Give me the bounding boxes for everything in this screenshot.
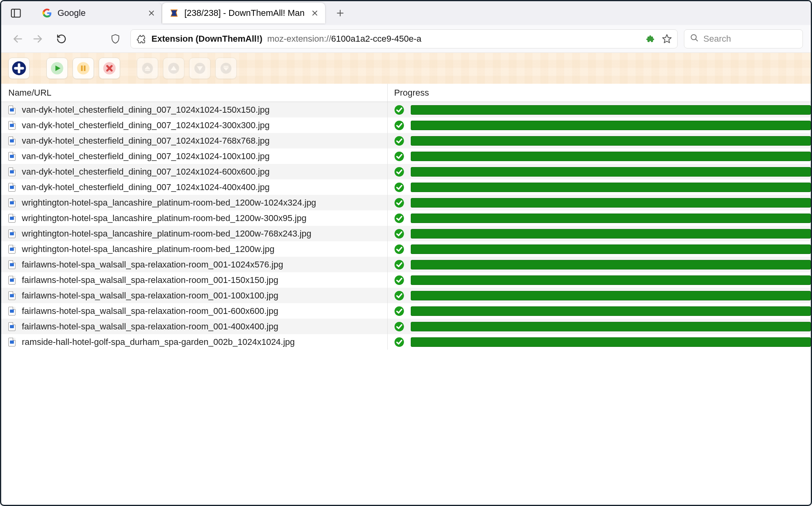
complete-check-icon — [394, 275, 404, 285]
download-row[interactable]: van-dyk-hotel_chesterfield_dining_007_10… — [1, 148, 811, 164]
download-row[interactable]: fairlawns-hotel-spa_walsall_spa-relaxati… — [1, 303, 811, 319]
cell-progress — [388, 288, 811, 303]
sidebar-toggle-button[interactable] — [8, 6, 23, 21]
svg-rect-22 — [84, 65, 85, 71]
progress-bar — [411, 275, 811, 285]
complete-check-icon — [394, 167, 404, 177]
svg-marker-12 — [663, 35, 671, 43]
new-tab-button[interactable] — [332, 5, 348, 21]
add-download-button[interactable] — [8, 58, 30, 79]
progress-bar — [411, 306, 811, 316]
close-tab-button[interactable] — [147, 8, 156, 18]
url-text: moz-extension://6100a1a2-cce9-450e-a — [267, 34, 641, 44]
file-icon — [8, 245, 15, 254]
svg-rect-34 — [224, 66, 229, 67]
download-row[interactable]: wrightington-hotel-spa_lancashire_platin… — [1, 195, 811, 210]
complete-check-icon — [394, 120, 404, 131]
svg-point-20 — [77, 62, 89, 74]
search-placeholder: Search — [703, 34, 731, 44]
file-name: van-dyk-hotel_chesterfield_dining_007_10… — [22, 182, 270, 192]
complete-check-icon — [394, 136, 404, 146]
progress-bar — [411, 198, 811, 208]
cell-progress — [388, 257, 811, 272]
cell-name: wrightington-hotel-spa_lancashire_platin… — [1, 241, 388, 257]
bookmark-star-icon[interactable] — [661, 33, 672, 44]
download-row[interactable]: fairlawns-hotel-spa_walsall_spa-relaxati… — [1, 257, 811, 272]
cell-progress — [388, 226, 811, 241]
complete-check-icon — [394, 229, 404, 239]
close-tab-button[interactable] — [310, 8, 320, 18]
file-icon — [8, 183, 15, 192]
cell-name: fairlawns-hotel-spa_walsall_spa-relaxati… — [1, 303, 388, 319]
download-row[interactable]: wrightington-hotel-spa_lancashire_platin… — [1, 226, 811, 241]
cell-name: wrightington-hotel-spa_lancashire_platin… — [1, 195, 388, 210]
column-progress-header[interactable]: Progress — [388, 84, 811, 102]
cell-progress — [388, 272, 811, 288]
file-icon — [8, 214, 15, 223]
move-top-button[interactable] — [137, 58, 158, 79]
pause-button[interactable] — [73, 58, 94, 79]
download-row[interactable]: van-dyk-hotel_chesterfield_dining_007_10… — [1, 117, 811, 133]
cell-name: fairlawns-hotel-spa_walsall_spa-relaxati… — [1, 257, 388, 272]
download-row[interactable]: wrightington-hotel-spa_lancashire_platin… — [1, 210, 811, 226]
cell-name: ramside-hall-hotel-golf-spa_durham_spa-g… — [1, 334, 388, 350]
svg-rect-28 — [145, 70, 150, 71]
tab-google[interactable]: Google — [35, 3, 162, 23]
file-icon — [8, 152, 15, 161]
file-name: fairlawns-hotel-spa_walsall_spa-relaxati… — [22, 321, 278, 332]
file-icon — [8, 229, 15, 238]
file-icon — [8, 322, 15, 331]
url-bar[interactable]: Extension (DownThemAll!) moz-extension:/… — [130, 29, 678, 48]
extensions-button-icon[interactable] — [645, 33, 657, 44]
back-button[interactable] — [9, 30, 27, 48]
file-name: fairlawns-hotel-spa_walsall_spa-relaxati… — [22, 260, 283, 270]
forward-button[interactable] — [29, 30, 46, 48]
progress-bar — [411, 244, 811, 254]
file-name: van-dyk-hotel_chesterfield_dining_007_10… — [22, 167, 270, 177]
file-name: van-dyk-hotel_chesterfield_dining_007_10… — [22, 151, 270, 162]
list-header: Name/URL Progress — [1, 84, 811, 102]
cell-name: fairlawns-hotel-spa_walsall_spa-relaxati… — [1, 319, 388, 334]
cancel-button[interactable] — [99, 58, 120, 79]
file-icon — [8, 307, 15, 316]
complete-check-icon — [394, 306, 404, 316]
download-row[interactable]: van-dyk-hotel_chesterfield_dining_007_10… — [1, 164, 811, 179]
svg-line-14 — [695, 39, 697, 41]
download-row[interactable]: van-dyk-hotel_chesterfield_dining_007_10… — [1, 179, 811, 195]
file-name: wrightington-hotel-spa_lancashire_platin… — [22, 198, 316, 208]
progress-bar — [411, 337, 811, 347]
download-row[interactable]: van-dyk-hotel_chesterfield_dining_007_10… — [1, 102, 811, 117]
search-bar[interactable]: Search — [684, 29, 803, 48]
move-down-button[interactable] — [189, 58, 211, 79]
download-row[interactable]: fairlawns-hotel-spa_walsall_spa-relaxati… — [1, 272, 811, 288]
reload-button[interactable] — [53, 30, 70, 48]
download-row[interactable]: fairlawns-hotel-spa_walsall_spa-relaxati… — [1, 319, 811, 334]
download-row[interactable]: van-dyk-hotel_chesterfield_dining_007_10… — [1, 133, 811, 148]
download-list[interactable]: van-dyk-hotel_chesterfield_dining_007_10… — [1, 102, 811, 505]
shield-icon[interactable] — [107, 30, 124, 48]
file-name: ramside-hall-hotel-golf-spa_durham_spa-g… — [22, 337, 295, 347]
progress-bar — [411, 167, 811, 177]
progress-bar — [411, 105, 811, 115]
file-icon — [8, 121, 15, 130]
search-icon — [690, 33, 699, 44]
cell-name: wrightington-hotel-spa_lancashire_platin… — [1, 226, 388, 241]
download-row[interactable]: wrightington-hotel-spa_lancashire_platin… — [1, 241, 811, 257]
cell-progress — [388, 133, 811, 148]
svg-rect-0 — [11, 9, 21, 17]
dta-toolbar — [1, 53, 811, 84]
complete-check-icon — [394, 260, 404, 270]
complete-check-icon — [394, 244, 404, 254]
resume-button[interactable] — [46, 58, 68, 79]
nav-toolbar: Extension (DownThemAll!) moz-extension:/… — [1, 25, 811, 53]
download-row[interactable]: ramside-hall-hotel-golf-spa_durham_spa-g… — [1, 334, 811, 350]
move-up-button[interactable] — [163, 58, 184, 79]
download-row[interactable]: fairlawns-hotel-spa_walsall_spa-relaxati… — [1, 288, 811, 303]
progress-bar — [411, 291, 811, 300]
cell-progress — [388, 148, 811, 164]
progress-bar — [411, 152, 811, 161]
move-bottom-button[interactable] — [215, 58, 237, 79]
tab-downthemall[interactable]: [238/238] - DownThemAll! Man — [162, 3, 325, 23]
column-name-header[interactable]: Name/URL — [1, 84, 388, 102]
extension-label: Extension (DownThemAll!) — [151, 34, 262, 44]
